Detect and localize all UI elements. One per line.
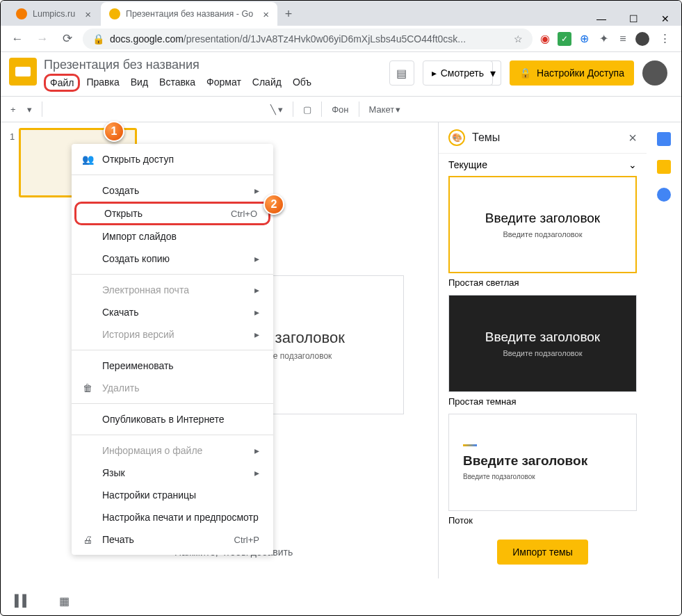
close-window-button[interactable]: ✕ (649, 8, 681, 30)
menu-format[interactable]: Формат (202, 74, 246, 92)
reload-button[interactable]: ⟳ (58, 29, 77, 49)
menu-icon: 🗑 (81, 382, 94, 394)
menu-item[interactable]: Скачать▸ (72, 301, 273, 323)
ext-check-icon[interactable]: ✓ (558, 32, 571, 46)
menu-item-label: Информация о файле (102, 445, 202, 456)
tab-lumpics[interactable]: Lumpics.ru × (8, 2, 99, 26)
tab-presentation[interactable]: Презентация без названия - Go × (101, 2, 277, 26)
menu-slide[interactable]: Слайд (247, 74, 286, 92)
background-button[interactable]: Фон (327, 102, 352, 117)
palette-icon: 🎨 (448, 129, 465, 146)
themes-title: Темы (472, 131, 622, 144)
menu-item: 🗑Удалить (72, 377, 273, 399)
close-icon[interactable]: × (263, 8, 269, 20)
close-panel-button[interactable]: × (628, 130, 637, 146)
ext-puzzle-icon[interactable]: ✦ (596, 32, 610, 46)
submenu-arrow-icon: ▸ (254, 253, 259, 264)
shortcut-label: Ctrl+P (234, 535, 259, 545)
star-icon[interactable]: ☆ (514, 33, 523, 44)
menu-item-label: Открыть (104, 208, 143, 219)
menu-item-label: Скачать (102, 307, 139, 318)
menu-item-label: Печать (102, 534, 134, 545)
shortcut-label: Ctrl+O (231, 209, 257, 219)
menu-item-label: Язык (102, 467, 125, 478)
menu-item[interactable]: Переименовать (72, 355, 273, 377)
menu-insert[interactable]: Вставка (154, 74, 200, 92)
submenu-arrow-icon: ▸ (254, 445, 259, 456)
grid-view-icon[interactable]: ▦ (59, 594, 76, 607)
play-icon: ▸ (432, 67, 437, 79)
tasks-icon[interactable] (657, 188, 671, 202)
forward-button[interactable]: → (33, 29, 52, 49)
theme-label: Простая темная (448, 396, 637, 407)
chevron-down-icon[interactable]: ▾ (23, 102, 36, 117)
menu-item-label: Настройка печати и предпросмотр (102, 512, 259, 523)
menu-view[interactable]: Вид (126, 74, 153, 92)
url-path: /presentation/d/1JvA8Tz4Hvk0w06yiD6mXjLs… (184, 33, 466, 44)
menu-item[interactable]: 🖨ПечатьCtrl+P (72, 528, 273, 551)
menu-item[interactable]: Язык▸ (72, 462, 273, 484)
calendar-icon[interactable] (657, 132, 671, 146)
minimize-button[interactable]: — (585, 8, 617, 30)
themes-panel: 🎨 Темы × Текущие ⌄ Введите заголовок Вве… (438, 122, 647, 578)
app-header: Презентация без названия Файл Правка Вид… (1, 52, 681, 92)
submenu-arrow-icon: ▸ (254, 467, 259, 478)
filmstrip-view-icon[interactable]: ▌▌ (15, 594, 31, 607)
menu-item-label: Удалить (102, 382, 139, 394)
document-title[interactable]: Презентация без названия (44, 58, 316, 72)
line-tool[interactable]: ╲ ▾ (266, 102, 288, 117)
theme-card-dark[interactable]: Введите заголовок Введите подзаголовок (448, 295, 637, 392)
menu-item[interactable]: Импорт слайдов (72, 225, 273, 248)
menu-item[interactable]: Настройка печати и предпросмотр (72, 506, 273, 528)
side-panel (647, 122, 681, 578)
menu-item-label: Импорт слайдов (102, 231, 177, 242)
file-menu-dropdown: 👥Открыть доступСоздать▸ОткрытьCtrl+OИмпо… (72, 144, 273, 555)
ext-globe-icon[interactable]: ⊕ (577, 32, 591, 46)
menu-item[interactable]: Создать копию▸ (72, 248, 273, 270)
present-dropdown[interactable]: ▾ (485, 60, 501, 86)
keep-icon[interactable] (657, 160, 671, 174)
theme-label: Поток (448, 515, 637, 526)
account-avatar[interactable] (642, 60, 667, 86)
window-controls: — ☐ ✕ (585, 8, 681, 30)
new-slide-button[interactable]: + (6, 102, 20, 117)
menu-object[interactable]: Объ (288, 74, 316, 92)
ext-list-icon[interactable]: ≡ (616, 32, 630, 46)
current-theme-row[interactable]: Текущие ⌄ (439, 154, 647, 176)
menu-item-label: Открыть доступ (102, 154, 174, 165)
menu-item-label: Настройки страницы (102, 489, 196, 501)
tab-title: Презентация без названия - Go (126, 9, 253, 19)
submenu-arrow-icon: ▸ (254, 185, 259, 196)
menu-item[interactable]: Опубликовать в Интернете (72, 408, 273, 430)
comments-button[interactable]: ▤ (389, 60, 414, 86)
menu-item-label: Создать (102, 185, 139, 196)
theme-card-light[interactable]: Введите заголовок Введите подзаголовок (448, 176, 637, 273)
menu-file[interactable]: Файл (44, 74, 80, 92)
menu-item[interactable]: Создать▸ (72, 179, 273, 202)
textbox-tool[interactable]: ▢ (299, 102, 316, 117)
theme-card-stream[interactable]: Введите заголовок Введите подзаголовок (448, 414, 637, 511)
menu-item[interactable]: ОткрытьCtrl+O (74, 202, 270, 225)
menu-item[interactable]: 👥Открыть доступ (72, 148, 273, 170)
close-icon[interactable]: × (85, 8, 91, 20)
slides-logo-icon[interactable] (9, 58, 37, 86)
layout-button[interactable]: Макет ▾ (365, 102, 405, 117)
maximize-button[interactable]: ☐ (617, 8, 649, 30)
present-button[interactable]: ▸ Смотреть (423, 60, 493, 86)
back-button[interactable]: ← (8, 29, 27, 49)
url-input[interactable]: 🔒 docs.google.com/presentation/d/1JvA8Tz… (83, 29, 533, 49)
menu-edit[interactable]: Правка (81, 74, 124, 92)
menu-item-label: Электронная почта (102, 284, 189, 295)
tab-title: Lumpics.ru (33, 9, 75, 19)
share-button[interactable]: 🔒 Настройки Доступа (510, 60, 634, 86)
import-theme-button[interactable]: Импорт темы (497, 540, 588, 565)
profile-avatar-icon[interactable] (635, 32, 649, 46)
theme-label: Простая светлая (448, 277, 637, 288)
chrome-menu-button[interactable]: ⋮ (655, 29, 674, 49)
ext-shield-icon[interactable]: ◉ (538, 32, 552, 46)
menubar: Файл Правка Вид Вставка Формат Слайд Объ (44, 74, 316, 92)
menu-icon: 👥 (81, 154, 94, 165)
new-tab-button[interactable]: + (279, 4, 298, 24)
submenu-arrow-icon: ▸ (254, 307, 259, 318)
menu-item[interactable]: Настройки страницы (72, 484, 273, 506)
